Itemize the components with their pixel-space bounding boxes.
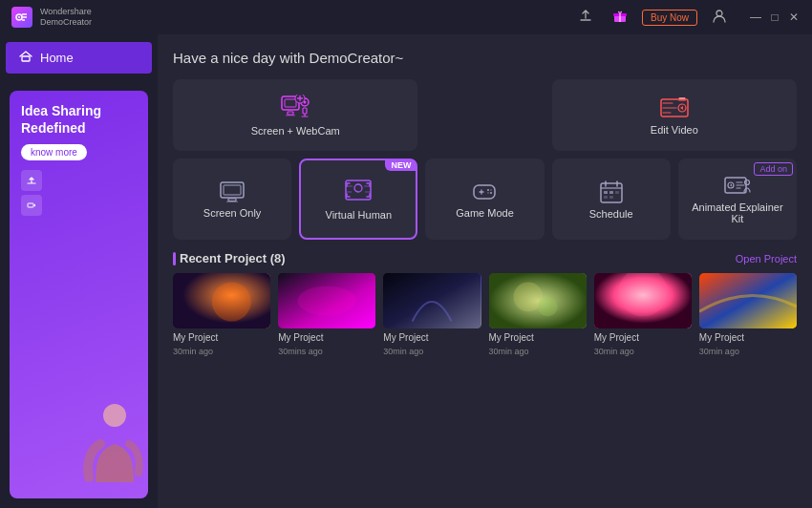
content-area: Have a nice day with DemoCreator~ (158, 34, 812, 508)
svg-rect-31 (228, 199, 236, 201)
promo-know-more-button[interactable]: know more (21, 144, 87, 160)
project-card-1[interactable]: My Project 30min ago (173, 273, 270, 356)
project-time-3: 30min ago (383, 347, 481, 356)
schedule-icon (599, 180, 624, 208)
screen-only-icon (219, 180, 246, 207)
mode-card-edit-video[interactable]: Edit Video (552, 79, 797, 151)
main-layout: Home Idea Sharing Redefined know more (0, 34, 812, 508)
svg-rect-15 (286, 115, 295, 116)
new-badge: NEW (385, 159, 417, 171)
project-time-1: 30min ago (173, 347, 270, 356)
project-thumb-4 (489, 273, 587, 328)
svg-point-45 (490, 189, 492, 191)
project-card-4[interactable]: My Project 30min ago (489, 273, 587, 356)
mode-card-screen-webcam[interactable]: Screen + WebCam (173, 79, 417, 151)
project-thumb-2 (278, 273, 375, 328)
schedule-label: Schedule (589, 208, 633, 220)
promo-title: Idea Sharing Redefined (21, 102, 137, 137)
svg-rect-52 (615, 191, 619, 194)
buy-now-button[interactable]: Buy Now (642, 10, 697, 26)
virtual-human-label: Virtual Human (326, 209, 393, 221)
mode-card-virtual-human[interactable]: NEW (299, 159, 417, 240)
screen-only-label: Screen Only (203, 207, 262, 219)
app-name-text: Wondershare DemoCreator (40, 7, 92, 28)
svg-rect-39 (474, 185, 495, 199)
recent-projects-header: Recent Project (8) Open Project (173, 251, 797, 265)
upload-icon[interactable] (573, 7, 598, 29)
bottom-mode-row: Screen Only NEW (173, 159, 797, 240)
sidebar: Home Idea Sharing Redefined know more (0, 34, 158, 508)
app-logo (11, 7, 32, 28)
svg-rect-30 (224, 185, 241, 195)
window-controls: — □ ✕ (749, 11, 801, 24)
svg-point-11 (103, 404, 126, 427)
virtual-human-icon (344, 179, 373, 209)
mode-card-schedule[interactable]: Schedule (552, 159, 671, 240)
project-label-4: My Project (489, 332, 587, 343)
animated-explainer-label: Animated Explainer Kit (686, 201, 789, 224)
svg-point-8 (716, 11, 722, 16)
svg-rect-9 (22, 56, 30, 61)
svg-rect-14 (288, 112, 293, 115)
app-branding: Wondershare DemoCreator (11, 7, 92, 28)
project-label-2: My Project (278, 332, 375, 343)
project-card-6[interactable]: My Project 30min ago (699, 273, 797, 356)
animated-explainer-icon (723, 175, 752, 201)
project-thumb-5 (594, 273, 692, 328)
title-bar: Wondershare DemoCreator Buy Now (0, 0, 812, 34)
project-time-2: 30mins ago (278, 347, 375, 356)
promo-person-figure (81, 396, 143, 494)
home-icon (19, 50, 32, 66)
svg-rect-13 (285, 99, 296, 107)
svg-rect-53 (604, 196, 608, 199)
project-card-2[interactable]: My Project 30mins ago (278, 273, 375, 356)
svg-point-44 (487, 192, 489, 194)
add-on-badge: Add on (754, 162, 793, 176)
project-label-6: My Project (699, 332, 797, 343)
project-thumb-6 (699, 273, 797, 328)
projects-row: My Project 30min ago (173, 273, 797, 356)
mode-card-game-mode[interactable]: Game Mode (425, 159, 544, 240)
project-label-5: My Project (594, 332, 692, 343)
project-time-4: 30min ago (489, 347, 587, 356)
mode-card-animated-explainer[interactable]: Add on Animated Explainer Kit (678, 159, 797, 240)
svg-rect-50 (604, 191, 608, 194)
edit-video-icon (659, 95, 690, 124)
minimize-button[interactable]: — (749, 11, 762, 24)
game-mode-label: Game Mode (456, 207, 514, 219)
svg-point-43 (490, 192, 492, 194)
project-card-3[interactable]: My Project 30min ago (383, 273, 481, 356)
project-thumb-3 (383, 273, 481, 328)
project-card-5[interactable]: My Project 30min ago (594, 273, 692, 356)
promo-icons (21, 170, 137, 216)
open-project-link[interactable]: Open Project (736, 253, 797, 265)
maximize-button[interactable]: □ (768, 11, 781, 24)
svg-point-42 (487, 189, 489, 191)
game-mode-icon (470, 180, 499, 207)
mode-card-screen-only[interactable]: Screen Only (173, 159, 291, 240)
sidebar-home-label: Home (40, 51, 74, 65)
screen-webcam-icon (280, 95, 310, 125)
screen-webcam-label: Screen + WebCam (251, 125, 340, 137)
promo-card: Idea Sharing Redefined know more (10, 91, 148, 498)
svg-rect-51 (609, 191, 613, 194)
close-button[interactable]: ✕ (787, 11, 801, 24)
title-bar-right: Buy Now — □ ✕ (573, 7, 801, 29)
svg-point-62 (212, 283, 251, 322)
project-label-3: My Project (383, 332, 481, 343)
svg-point-64 (298, 286, 356, 316)
svg-rect-10 (28, 203, 33, 207)
sidebar-nav: Home (0, 34, 158, 81)
sidebar-item-home[interactable]: Home (6, 42, 152, 74)
project-label-1: My Project (173, 332, 270, 343)
svg-rect-18 (303, 108, 307, 114)
svg-rect-29 (221, 182, 244, 198)
top-mode-row: Screen + WebCam (173, 79, 797, 151)
user-icon[interactable] (707, 7, 732, 29)
svg-point-1 (18, 16, 20, 18)
gift-icon[interactable] (608, 7, 632, 29)
project-thumb-1 (173, 273, 270, 328)
svg-rect-32 (226, 201, 238, 202)
svg-rect-54 (609, 196, 613, 199)
promo-icon-record (21, 195, 42, 216)
